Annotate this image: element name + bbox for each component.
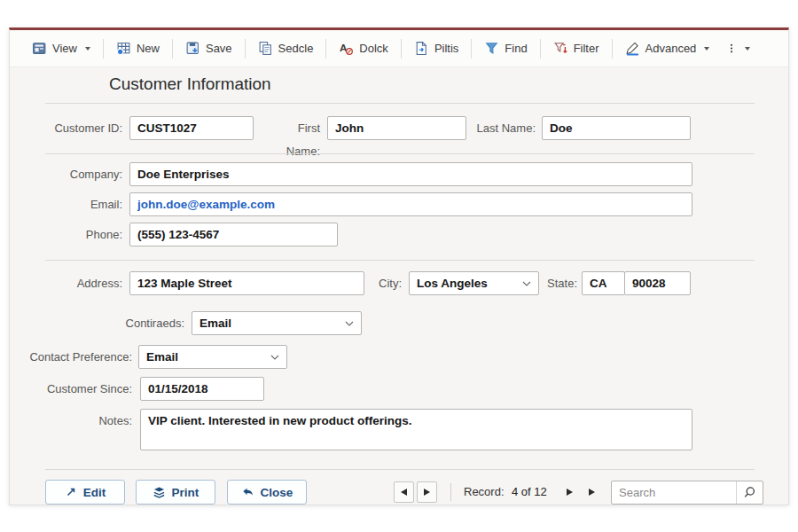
search-input[interactable] (612, 481, 736, 504)
first-name-label: First Name: (262, 117, 320, 163)
chevron-down-icon (704, 47, 709, 51)
more-button[interactable] (719, 35, 757, 62)
chevron-down-icon (270, 355, 279, 360)
new-label: New (137, 42, 160, 55)
customer-since-label: Customer Since: (45, 378, 132, 401)
search-box (611, 481, 763, 505)
email-field[interactable]: john.doe@example.com (129, 192, 692, 216)
next-record-arrow[interactable] (561, 481, 577, 503)
close-label: Close (261, 486, 293, 499)
search-icon-button[interactable] (736, 481, 763, 504)
print-button[interactable]: Print (136, 480, 215, 505)
last-name-label: Last Name: (471, 117, 536, 140)
next-record-button[interactable] (417, 481, 437, 503)
company-field[interactable]: Doe Enterprises (129, 162, 692, 186)
toolbar-divider (245, 39, 246, 59)
previous-record-button[interactable] (394, 481, 414, 503)
toolbar-divider (401, 39, 402, 59)
notes-field[interactable]: VIP client. Interested in new product of… (140, 409, 692, 450)
close-button[interactable]: Close (227, 480, 307, 505)
address-field[interactable]: 123 Maple Street (129, 271, 364, 295)
view-label: View (52, 42, 77, 55)
save-button[interactable]: Save (176, 35, 242, 62)
first-name-field[interactable]: John (327, 116, 466, 140)
city-label: City: (369, 272, 402, 295)
toolbar-divider (325, 39, 326, 59)
sedcle-button[interactable]: Sedcle (248, 35, 324, 62)
section-divider (45, 260, 755, 261)
contiraeds-dropdown[interactable]: Email (192, 311, 362, 335)
more-ellipsis-icon (726, 41, 737, 56)
view-button[interactable]: View (22, 35, 100, 62)
sedcle-label: Sedcle (278, 42, 314, 55)
edit-arrow-icon (65, 486, 77, 498)
section-divider (45, 153, 755, 154)
piltis-label: Piltis (434, 42, 458, 55)
triangle-right-icon (567, 489, 573, 496)
find-button[interactable]: Find (474, 35, 536, 62)
company-label: Company: (36, 163, 122, 186)
contact-preference-dropdown[interactable]: Email (138, 345, 287, 369)
find-label: Find (505, 42, 527, 55)
contact-preference-value: Email (146, 350, 178, 364)
customer-id-label: Customer ID: (36, 117, 122, 140)
page-title: Customer Information (109, 74, 271, 94)
toolbar-divider (172, 39, 173, 59)
section-divider (45, 469, 755, 470)
chevron-down-icon (745, 47, 750, 51)
last-record-arrow[interactable] (583, 481, 599, 503)
customer-form-window: View New Save (9, 27, 789, 505)
contiraeds-label: Contiraeds: (90, 312, 184, 335)
city-dropdown[interactable]: Los Angeles (409, 271, 539, 295)
filter-label: Filter (574, 42, 599, 55)
copy-document-icon (258, 41, 273, 56)
filter-icon (553, 41, 568, 56)
dolck-label: Dolck (359, 42, 388, 55)
search-icon (743, 486, 756, 499)
advanced-filter-icon (625, 41, 640, 56)
toolbar-divider (540, 39, 541, 59)
phone-label: Phone: (36, 223, 122, 246)
phone-field[interactable]: (555) 123-4567 (129, 223, 338, 246)
save-icon (185, 41, 200, 56)
new-table-icon (116, 41, 131, 56)
close-reply-icon (241, 486, 254, 499)
state-label: State: (540, 272, 577, 295)
toolbar-divider (612, 39, 613, 59)
last-name-field[interactable]: Doe (542, 116, 691, 140)
filter-button[interactable]: Filter (544, 35, 609, 62)
zip-field[interactable]: 90028 (624, 271, 691, 295)
edit-button[interactable]: Edit (45, 480, 125, 505)
email-label: Email: (36, 193, 122, 216)
document-arrow-icon (414, 41, 429, 56)
form-view-icon (32, 41, 47, 56)
dolck-button[interactable]: A Dolck (329, 35, 398, 62)
advanced-label: Advanced (645, 42, 697, 55)
triangle-left-icon (401, 489, 407, 496)
edit-label: Edit (83, 486, 106, 499)
find-funnel-icon (484, 41, 499, 56)
toolbar-divider (103, 39, 104, 59)
footer-divider (450, 483, 451, 501)
contiraeds-value: Email (200, 317, 231, 330)
new-button[interactable]: New (106, 35, 169, 62)
city-value: Los Angeles (417, 277, 488, 290)
chevron-down-icon (522, 281, 531, 286)
triangle-right-icon (589, 489, 595, 496)
contact-preference-label: Contact Preference: (19, 346, 132, 369)
save-label: Save (206, 42, 232, 55)
customer-id-field[interactable]: CUST1027 (129, 116, 254, 140)
state-field[interactable]: CA (582, 271, 625, 295)
section-divider (45, 103, 755, 104)
record-label: Record: (464, 481, 505, 503)
print-layers-icon (153, 486, 166, 499)
chevron-down-icon (345, 321, 354, 326)
piltis-button[interactable]: Piltis (404, 35, 468, 62)
advanced-button[interactable]: Advanced (615, 35, 720, 62)
toolbar-divider (471, 39, 472, 59)
address-label: Address: (36, 272, 122, 295)
record-count: 4 of 12 (512, 481, 547, 503)
customer-since-field[interactable]: 01/15/2018 (140, 377, 264, 401)
chevron-down-icon (85, 47, 90, 51)
triangle-right-icon (424, 489, 430, 496)
